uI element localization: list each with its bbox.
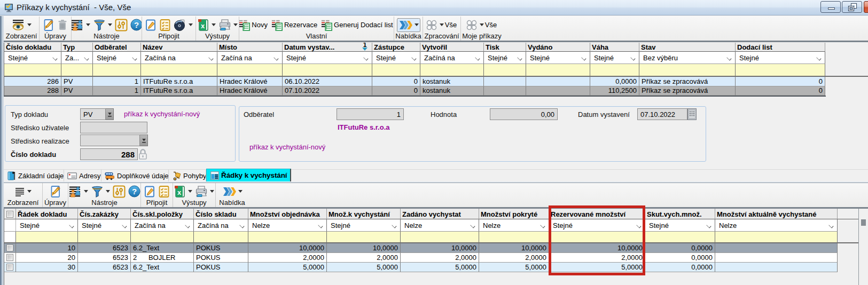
column-header-vytvořil[interactable]: Vytvořil <box>420 43 484 52</box>
cell[interactable]: 2,0000 <box>248 253 327 263</box>
cell[interactable]: PV <box>61 77 93 86</box>
cell[interactable]: 5,0000 <box>327 263 401 272</box>
dropdown-arrow-icon[interactable] <box>480 23 484 26</box>
cell[interactable]: kostanuk <box>420 77 484 86</box>
chevron-down-icon[interactable] <box>829 223 834 228</box>
toolbar-button-notepad-pencil[interactable] <box>143 185 157 199</box>
chevron-down-icon[interactable] <box>471 223 475 228</box>
toolbar-button-disc[interactable] <box>173 18 194 32</box>
filter-dropdown[interactable]: Stejné <box>93 52 141 64</box>
cell[interactable] <box>526 86 590 96</box>
chevron-down-icon[interactable] <box>132 56 137 60</box>
cell[interactable]: 5,0000 <box>479 263 549 272</box>
cell[interactable]: 6.2_Text <box>131 243 194 253</box>
typ-dokladu-spinner[interactable] <box>106 108 114 120</box>
toolbar-button-caption[interactable]: Rezervace <box>284 21 318 29</box>
quick-filter-input-cell[interactable] <box>590 64 639 77</box>
toolbar-button-sliders[interactable] <box>112 185 127 199</box>
cell[interactable]: kostanuk <box>420 86 484 96</box>
cell[interactable]: 0,0000 <box>645 243 715 253</box>
quick-filter-input-cell[interactable] <box>327 232 401 243</box>
toolbar-button-checklist[interactable] <box>158 18 172 32</box>
toolbar-button-menu-chevrons[interactable] <box>221 185 244 198</box>
filter-dropdown[interactable]: Stejné <box>645 219 715 232</box>
cell[interactable]: 5,0000 <box>401 263 479 272</box>
column-header-zadáno-vychystat[interactable]: Zadáno vychystat <box>401 209 479 219</box>
quick-filter-input-cell[interactable] <box>645 232 715 243</box>
calendar-button[interactable] <box>687 108 697 120</box>
column-header-typ[interactable]: Typ <box>61 43 93 52</box>
tab-adresy[interactable]: Adresy <box>64 170 101 182</box>
quick-filter-input-cell[interactable] <box>93 64 141 77</box>
quick-filter-input-cell[interactable] <box>526 64 590 77</box>
toolbar-button-checklist[interactable] <box>157 185 171 199</box>
filter-dropdown[interactable]: Nelze <box>248 219 327 232</box>
quick-filter-input-cell[interactable] <box>484 64 526 77</box>
toolbar-button-rezervace[interactable]: Rezervace <box>270 19 319 31</box>
toolbar-selected-value[interactable]: Vše <box>445 21 458 29</box>
column-header-množ.k-vychystání[interactable]: Množ.k vychystání <box>327 209 401 219</box>
cell[interactable] <box>715 263 838 272</box>
column-header-čís.zakázky[interactable]: Čís.zakázky <box>78 209 131 219</box>
cell[interactable] <box>4 263 16 272</box>
cell[interactable]: 10,0000 <box>401 243 479 253</box>
dropdown-arrow-icon[interactable] <box>415 23 419 26</box>
chevron-down-icon[interactable] <box>707 223 711 228</box>
chevron-down-icon[interactable] <box>69 223 74 228</box>
chevron-down-icon[interactable] <box>541 223 545 228</box>
filter-dropdown[interactable]: Nelze <box>479 219 549 232</box>
column-header-číslo-skladu[interactable]: Číslo skladu <box>194 209 248 219</box>
quick-filter-input-cell[interactable] <box>217 64 283 77</box>
toolbar-button-edit-page[interactable] <box>49 185 62 199</box>
cell[interactable]: 0 <box>372 77 420 86</box>
cell[interactable] <box>4 243 16 253</box>
quick-filter-input-cell[interactable] <box>283 64 372 77</box>
toolbar-button-printer[interactable] <box>194 185 215 199</box>
row-checkbox[interactable] <box>6 254 13 261</box>
hodnota-input[interactable]: 0,00 <box>490 108 558 120</box>
cell[interactable]: 2,0000 <box>479 253 549 263</box>
cell[interactable]: 0 <box>736 86 825 96</box>
cell[interactable] <box>484 86 526 96</box>
chevron-down-icon[interactable] <box>582 56 587 60</box>
quick-filter-input-cell[interactable] <box>61 64 93 77</box>
toolbar-button-excel[interactable]: x <box>173 185 193 199</box>
toolbar-button-users-table[interactable] <box>68 185 89 199</box>
filter-dropdown[interactable]: Stejné <box>372 52 420 64</box>
chevron-down-icon[interactable] <box>727 56 732 60</box>
cell[interactable] <box>484 77 526 86</box>
filter-dropdown[interactable]: Začíná na <box>194 219 248 232</box>
quick-filter-input-cell[interactable] <box>131 232 194 243</box>
column-header-číslo-dokladu[interactable]: Číslo dokladu <box>4 43 61 52</box>
cell[interactable]: POKUS <box>194 243 248 253</box>
cell[interactable]: 286 <box>4 77 61 86</box>
filter-dropdown[interactable]: Stejné <box>78 219 131 232</box>
cell[interactable]: Hradec Králové <box>217 86 283 96</box>
dropdown-arrow-icon[interactable] <box>86 23 90 26</box>
stredisko-realizace-input[interactable] <box>80 134 140 146</box>
column-header-název[interactable]: Název <box>141 43 217 52</box>
cell[interactable]: 5,0000 <box>248 263 327 272</box>
dropdown-arrow-icon[interactable] <box>440 23 444 26</box>
cell[interactable]: 0,0000 <box>645 253 715 263</box>
toolbar-button-clover[interactable]: Vše <box>425 19 459 31</box>
chevron-down-icon[interactable] <box>274 56 279 60</box>
column-header-datum-vystav...[interactable]: Datum vystav...1 <box>283 43 372 52</box>
dropdown-arrow-icon[interactable] <box>210 190 214 193</box>
dropdown-arrow-icon[interactable] <box>238 190 243 193</box>
filter-dropdown[interactable]: Stejné <box>590 52 639 64</box>
cell[interactable] <box>4 253 16 263</box>
filter-dropdown[interactable]: Stejné <box>283 52 372 64</box>
cell[interactable]: 1 <box>93 77 141 86</box>
cell[interactable]: 10,0000 <box>479 243 549 253</box>
column-header-řádek-dokladu[interactable]: Řádek dokladu <box>16 209 78 219</box>
column-header-tisk[interactable]: Tisk <box>484 43 526 52</box>
quick-filter-input-cell[interactable] <box>401 232 479 243</box>
chevron-down-icon[interactable] <box>209 56 214 60</box>
tab-pohyby[interactable]: Pohyby <box>169 170 206 182</box>
quick-filter-input-cell[interactable] <box>4 232 16 243</box>
quick-filter-input-cell[interactable] <box>78 232 131 243</box>
dropdown-arrow-icon[interactable] <box>106 190 110 193</box>
filter-dropdown[interactable]: Začíná na <box>131 219 194 232</box>
chevron-down-icon[interactable] <box>412 56 417 60</box>
